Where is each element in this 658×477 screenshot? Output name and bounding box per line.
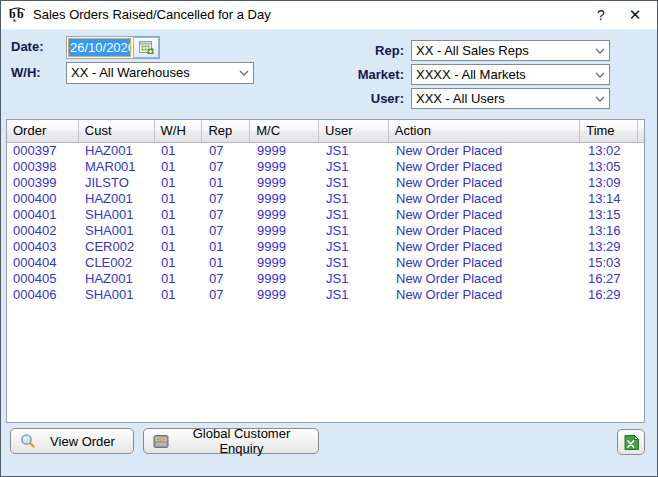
cell-cust: CER002 [79, 239, 155, 255]
cell-time: 13:16 [582, 223, 640, 239]
cell-rep: 07 [203, 191, 251, 207]
column-header-user[interactable]: User [319, 120, 389, 142]
table-row[interactable]: 000400HAZ00101079999JS1New Order Placed1… [7, 191, 644, 207]
rep-select[interactable]: XX - All Sales Reps [411, 40, 610, 61]
column-header-cust[interactable]: Cust [79, 120, 155, 142]
titlebar: b s b Sales Orders Raised/Cancelled for … [1, 1, 657, 30]
cell-cust: HAZ001 [79, 191, 155, 207]
view-order-button[interactable]: View Order [10, 428, 134, 454]
window-title: Sales Orders Raised/Cancelled for a Day [33, 1, 271, 29]
cell-action: New Order Placed [390, 159, 582, 175]
cell-rep: 07 [203, 207, 251, 223]
cell-mc: 9999 [251, 143, 320, 159]
cell-user: JS1 [320, 255, 390, 271]
chevron-down-icon [591, 89, 609, 108]
cell-action: New Order Placed [390, 143, 582, 159]
user-select[interactable]: XXX - All Users [411, 88, 610, 109]
column-header-filler [638, 120, 644, 142]
warehouse-label: W/H: [11, 63, 41, 83]
cell-time: 13:29 [582, 239, 640, 255]
cell-order: 000406 [7, 287, 79, 303]
cell-user: JS1 [320, 271, 390, 287]
column-header-rep[interactable]: Rep [202, 120, 250, 142]
cell-order: 000401 [7, 207, 79, 223]
global-customer-enquiry-label: Global Customer Enquiry [169, 426, 318, 456]
cell-order: 000402 [7, 223, 79, 239]
cell-order: 000403 [7, 239, 79, 255]
cell-action: New Order Placed [390, 223, 582, 239]
orders-table: OrderCustW/HRepM/CUserActionTime 000397H… [6, 119, 645, 423]
cell-time: 13:09 [582, 175, 640, 191]
cell-rep: 01 [203, 239, 251, 255]
close-button[interactable]: ✕ [619, 1, 651, 29]
calendar-icon [139, 41, 154, 54]
cell-mc: 9999 [251, 207, 320, 223]
table-row[interactable]: 000397HAZ00101079999JS1New Order Placed1… [7, 143, 644, 159]
cell-order: 000404 [7, 255, 79, 271]
table-row[interactable]: 000399JILSTO01019999JS1New Order Placed1… [7, 175, 644, 191]
calendar-picker-button[interactable] [133, 37, 159, 58]
cell-user: JS1 [320, 287, 390, 303]
table-row[interactable]: 000401SHA00101079999JS1New Order Placed1… [7, 207, 644, 223]
cell-rep: 07 [203, 271, 251, 287]
cell-user: JS1 [320, 223, 390, 239]
global-customer-enquiry-button[interactable]: Global Customer Enquiry [143, 428, 319, 454]
cell-wh: 01 [155, 287, 203, 303]
customer-drawer-icon [153, 434, 169, 449]
warehouse-select-value: XX - All Warehouses [71, 64, 235, 82]
column-header-mc[interactable]: M/C [250, 120, 319, 142]
cell-time: 16:29 [582, 287, 640, 303]
export-to-excel-button[interactable] [617, 429, 645, 455]
cell-cust: HAZ001 [79, 143, 155, 159]
cell-mc: 9999 [251, 287, 320, 303]
cell-cust: SHA001 [79, 223, 155, 239]
column-header-time[interactable]: Time [580, 120, 638, 142]
table-row[interactable]: 000403CER00201019999JS1New Order Placed1… [7, 239, 644, 255]
table-row[interactable]: 000404CLE00201019999JS1New Order Placed1… [7, 255, 644, 271]
orders-table-header: OrderCustW/HRepM/CUserActionTime [7, 120, 644, 143]
table-row[interactable]: 000402SHA00101079999JS1New Order Placed1… [7, 223, 644, 239]
cell-user: JS1 [320, 175, 390, 191]
cell-rep: 07 [203, 287, 251, 303]
table-row[interactable]: 000398MAR00101079999JS1New Order Placed1… [7, 159, 644, 175]
cell-time: 13:15 [582, 207, 640, 223]
column-header-action[interactable]: Action [389, 120, 580, 142]
sales-orders-dialog: b s b Sales Orders Raised/Cancelled for … [0, 0, 658, 477]
table-row[interactable]: 000406SHA00101079999JS1New Order Placed1… [7, 287, 644, 303]
warehouse-select[interactable]: XX - All Warehouses [66, 62, 254, 84]
help-button[interactable]: ? [585, 1, 617, 29]
cell-time: 13:14 [582, 191, 640, 207]
cell-wh: 01 [155, 207, 203, 223]
cell-user: JS1 [320, 159, 390, 175]
cell-cust: HAZ001 [79, 271, 155, 287]
cell-mc: 9999 [251, 271, 320, 287]
cell-wh: 01 [155, 175, 203, 191]
cell-wh: 01 [155, 239, 203, 255]
cell-cust: MAR001 [79, 159, 155, 175]
market-select[interactable]: XXXX - All Markets [411, 64, 610, 85]
cell-rep: 07 [203, 159, 251, 175]
cell-cust: CLE002 [79, 255, 155, 271]
cell-rep: 01 [203, 175, 251, 191]
market-label: Market: [334, 65, 404, 85]
cell-wh: 01 [155, 255, 203, 271]
app-icon: b s b [8, 5, 28, 25]
column-header-order[interactable]: Order [7, 120, 79, 142]
date-input[interactable]: 26/10/2020 [68, 38, 131, 57]
column-header-wh[interactable]: W/H [155, 120, 203, 142]
cell-mc: 9999 [251, 239, 320, 255]
cell-user: JS1 [320, 207, 390, 223]
chevron-down-icon [235, 63, 253, 83]
cell-mc: 9999 [251, 159, 320, 175]
table-row[interactable]: 000405HAZ00101079999JS1New Order Placed1… [7, 271, 644, 287]
rep-label: Rep: [334, 41, 404, 61]
cell-action: New Order Placed [390, 239, 582, 255]
cell-order: 000400 [7, 191, 79, 207]
cell-order: 000405 [7, 271, 79, 287]
cell-cust: JILSTO [79, 175, 155, 191]
chevron-down-icon [591, 41, 609, 60]
cell-cust: SHA001 [79, 207, 155, 223]
cell-time: 13:02 [582, 143, 640, 159]
cell-user: JS1 [320, 143, 390, 159]
user-select-value: XXX - All Users [416, 90, 591, 108]
